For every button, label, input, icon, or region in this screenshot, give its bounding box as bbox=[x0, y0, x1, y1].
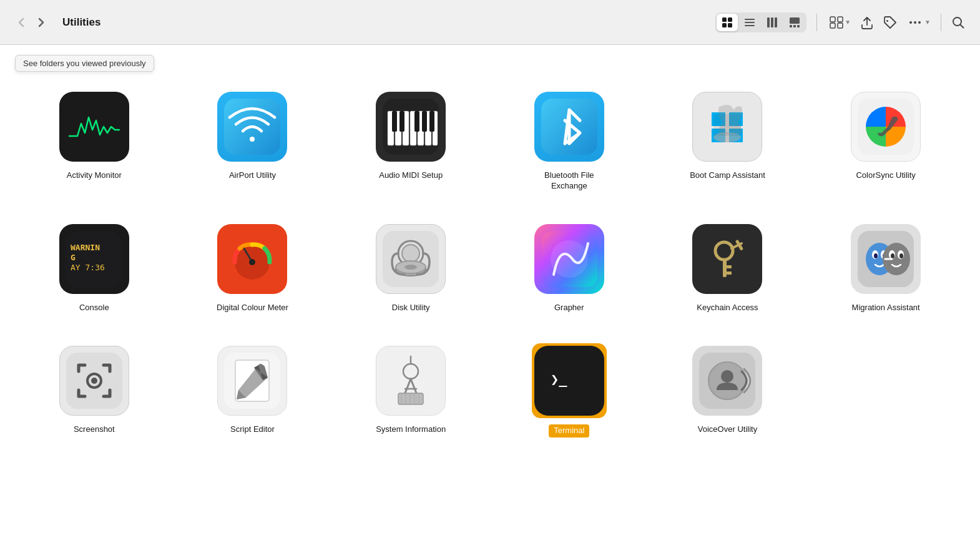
app-icon-wrapper-migration-assistant bbox=[848, 222, 923, 296]
svg-rect-35 bbox=[399, 111, 404, 132]
svg-rect-9 bbox=[775, 17, 777, 27]
app-item-migration-assistant[interactable]: Migration Assistant bbox=[814, 217, 958, 318]
svg-point-25 bbox=[250, 137, 255, 142]
svg-point-56 bbox=[249, 259, 255, 265]
app-icon-wrapper-terminal: ❯_ bbox=[532, 343, 607, 418]
app-item-disk-utility[interactable]: Disk Utility bbox=[339, 217, 483, 318]
search-button[interactable] bbox=[949, 13, 968, 32]
svg-rect-4 bbox=[745, 19, 755, 20]
app-item-keychain-access[interactable]: Keychain Access bbox=[656, 217, 800, 318]
app-icon-wrapper-bluetooth-file-exchange bbox=[532, 89, 607, 164]
svg-rect-5 bbox=[745, 22, 755, 23]
app-label-colorsync-utility: ColorSync Utility bbox=[856, 170, 915, 181]
svg-text:G: G bbox=[71, 253, 76, 262]
svg-rect-70 bbox=[727, 271, 732, 275]
svg-rect-16 bbox=[830, 23, 835, 28]
app-label-boot-camp-assistant: Boot Camp Assistant bbox=[690, 170, 765, 181]
svg-text:AY 7:36: AY 7:36 bbox=[71, 263, 105, 272]
app-item-terminal[interactable]: ❯_ Terminal bbox=[497, 338, 641, 443]
tag-button[interactable] bbox=[881, 13, 899, 32]
svg-rect-12 bbox=[793, 25, 796, 27]
svg-rect-68 bbox=[723, 258, 727, 277]
app-icon-wrapper-airport-utility bbox=[215, 89, 290, 164]
svg-rect-36 bbox=[414, 111, 419, 132]
app-item-voiceover-utility[interactable]: VoiceOver Utility bbox=[656, 338, 800, 443]
keychain-access-icon bbox=[692, 224, 762, 294]
app-item-grapher[interactable]: Grapher bbox=[497, 217, 641, 318]
app-item-console[interactable]: WARNIN G AY 7:36 Console bbox=[22, 217, 166, 318]
app-icon-wrapper-colorsync-utility bbox=[848, 89, 923, 164]
share-button[interactable] bbox=[858, 12, 876, 32]
group-by-button[interactable]: ▼ bbox=[827, 14, 853, 31]
app-item-colorsync-utility[interactable]: ColorSync Utility bbox=[814, 84, 958, 197]
main-content: See folders you viewed previously Activi… bbox=[0, 45, 980, 538]
svg-point-59 bbox=[402, 245, 419, 262]
bluetooth-file-exchange-icon bbox=[534, 92, 604, 162]
app-icon-wrapper-audio-midi-setup bbox=[373, 89, 448, 164]
svg-rect-15 bbox=[838, 17, 843, 22]
app-label-migration-assistant: Migration Assistant bbox=[852, 303, 920, 313]
app-item-digital-colour-meter[interactable]: Digital Colour Meter bbox=[181, 217, 325, 318]
svg-point-62 bbox=[404, 265, 417, 270]
app-label-disk-utility: Disk Utility bbox=[392, 303, 430, 313]
activity-monitor-icon bbox=[59, 92, 129, 162]
svg-rect-46 bbox=[713, 114, 741, 136]
svg-rect-34 bbox=[392, 111, 397, 132]
more-button[interactable]: ▼ bbox=[904, 14, 933, 31]
toolbar-actions: ▼ ▼ bbox=[827, 12, 968, 32]
group-by-caret: ▼ bbox=[845, 19, 851, 26]
svg-point-77 bbox=[874, 253, 878, 258]
app-item-airport-utility[interactable]: AirPort Utility bbox=[181, 84, 325, 197]
back-button[interactable] bbox=[12, 14, 30, 31]
app-icon-wrapper-screenshot bbox=[57, 343, 132, 418]
divider-1 bbox=[816, 14, 817, 31]
disk-utility-icon bbox=[376, 224, 446, 294]
app-icon-wrapper-voiceover-utility bbox=[690, 343, 765, 418]
app-label-system-information: System Information bbox=[376, 424, 446, 435]
app-icon-wrapper-grapher bbox=[532, 222, 607, 296]
list-view-button[interactable] bbox=[739, 14, 760, 31]
digital-colour-meter-icon bbox=[217, 224, 287, 294]
app-label-digital-colour-meter: Digital Colour Meter bbox=[217, 303, 288, 313]
app-label-grapher: Grapher bbox=[554, 303, 584, 313]
app-label-bluetooth-file-exchange: Bluetooth File Exchange bbox=[526, 170, 613, 192]
svg-rect-37 bbox=[422, 111, 427, 132]
svg-rect-1 bbox=[728, 17, 732, 22]
apps-grid: Activity Monitor bbox=[15, 84, 965, 443]
app-item-boot-camp-assistant[interactable]: Boot Camp Assistant bbox=[656, 84, 800, 197]
app-icon-wrapper-boot-camp-assistant bbox=[690, 89, 765, 164]
svg-rect-10 bbox=[790, 17, 800, 24]
system-information-icon bbox=[376, 346, 446, 416]
app-icon-wrapper-digital-colour-meter bbox=[215, 222, 290, 296]
svg-rect-7 bbox=[767, 17, 770, 27]
svg-rect-38 bbox=[429, 111, 434, 132]
app-item-audio-midi-setup[interactable]: Audio MIDI Setup bbox=[339, 84, 483, 197]
gallery-view-button[interactable] bbox=[784, 14, 805, 31]
svg-rect-14 bbox=[830, 17, 835, 22]
nav-buttons bbox=[12, 14, 50, 31]
app-item-bluetooth-file-exchange[interactable]: Bluetooth File Exchange bbox=[497, 84, 641, 197]
svg-text:❯_: ❯_ bbox=[551, 371, 567, 387]
app-item-script-editor[interactable]: Script Editor bbox=[181, 338, 325, 443]
breadcrumb-tooltip[interactable]: See folders you viewed previously bbox=[15, 55, 154, 72]
app-label-keychain-access: Keychain Access bbox=[697, 303, 758, 313]
svg-rect-13 bbox=[797, 25, 800, 27]
more-caret: ▼ bbox=[924, 19, 931, 26]
app-icon-wrapper-keychain-access bbox=[690, 222, 765, 296]
grid-view-button[interactable] bbox=[717, 14, 738, 31]
svg-point-86 bbox=[91, 378, 97, 384]
audio-midi-setup-icon bbox=[376, 92, 446, 162]
forward-button[interactable] bbox=[32, 14, 50, 31]
svg-point-20 bbox=[914, 21, 916, 24]
svg-rect-2 bbox=[722, 23, 727, 27]
column-view-button[interactable] bbox=[762, 14, 783, 31]
grapher-icon bbox=[534, 224, 604, 294]
divider-2 bbox=[941, 14, 941, 31]
app-item-system-information[interactable]: System Information bbox=[339, 338, 483, 443]
svg-rect-8 bbox=[771, 17, 773, 27]
svg-rect-0 bbox=[722, 17, 727, 22]
app-label-airport-utility: AirPort Utility bbox=[229, 170, 276, 181]
app-item-screenshot[interactable]: Screenshot bbox=[22, 338, 166, 443]
app-item-activity-monitor[interactable]: Activity Monitor bbox=[22, 84, 166, 197]
svg-point-64 bbox=[551, 240, 588, 278]
